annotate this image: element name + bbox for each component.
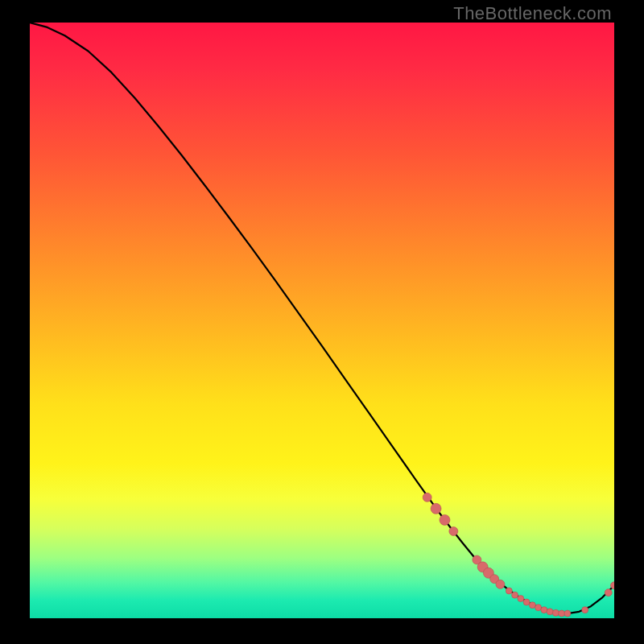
data-marker — [552, 609, 559, 616]
chart-area — [30, 23, 614, 618]
data-marker — [564, 610, 571, 617]
data-marker — [518, 596, 524, 602]
chart-svg — [30, 23, 614, 618]
data-marker — [506, 588, 512, 594]
data-marker — [512, 592, 518, 598]
data-marker — [529, 602, 535, 609]
data-markers — [423, 493, 614, 617]
data-marker — [541, 607, 547, 613]
data-marker — [431, 503, 441, 514]
data-marker — [547, 609, 553, 615]
data-marker — [582, 607, 588, 613]
watermark-text: TheBottleneck.com — [453, 3, 612, 24]
data-marker — [449, 526, 458, 535]
data-marker — [496, 580, 505, 588]
data-marker — [605, 589, 612, 597]
bottleneck-curve — [30, 23, 614, 613]
data-marker — [523, 599, 530, 605]
data-marker — [423, 493, 431, 502]
data-marker — [559, 610, 565, 617]
data-marker — [440, 514, 450, 525]
data-marker — [535, 605, 542, 611]
